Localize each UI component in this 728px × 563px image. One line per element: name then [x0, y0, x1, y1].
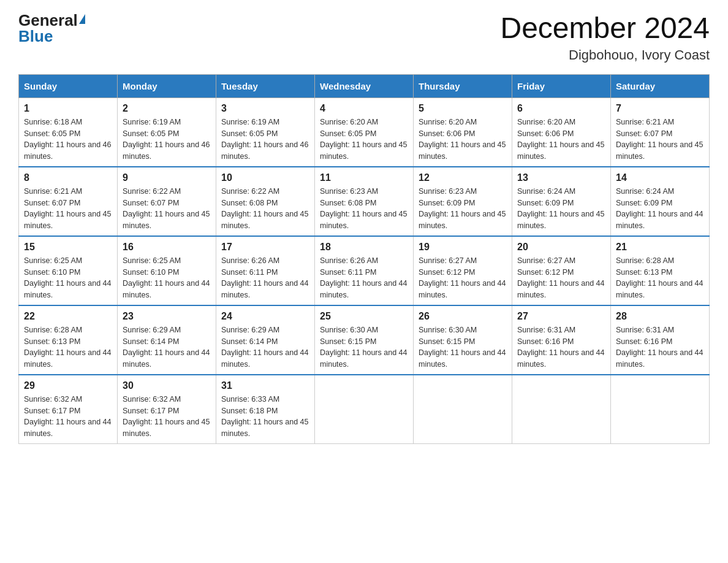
day-info: Sunrise: 6:30 AM Sunset: 6:15 PM Dayligh…: [320, 324, 408, 370]
calendar-cell: 31 Sunrise: 6:33 AM Sunset: 6:18 PM Dayl…: [216, 375, 315, 444]
page-title: December 2024: [500, 12, 710, 45]
day-number: 1: [24, 103, 112, 114]
calendar-cell: 14 Sunrise: 6:24 AM Sunset: 6:09 PM Dayl…: [611, 167, 710, 236]
calendar-cell: 6 Sunrise: 6:20 AM Sunset: 6:06 PM Dayli…: [512, 98, 611, 167]
day-info: Sunrise: 6:29 AM Sunset: 6:14 PM Dayligh…: [221, 324, 309, 370]
calendar-cell: 19 Sunrise: 6:27 AM Sunset: 6:12 PM Dayl…: [414, 236, 512, 305]
day-number: 20: [517, 242, 605, 253]
day-number: 16: [123, 242, 211, 253]
day-number: 19: [419, 242, 507, 253]
day-info: Sunrise: 6:19 AM Sunset: 6:05 PM Dayligh…: [123, 117, 211, 163]
logo: General Blue: [18, 12, 85, 44]
logo-general-text: General: [18, 12, 78, 28]
day-info: Sunrise: 6:20 AM Sunset: 6:06 PM Dayligh…: [419, 117, 507, 163]
calendar-cell: 13 Sunrise: 6:24 AM Sunset: 6:09 PM Dayl…: [512, 167, 611, 236]
calendar-cell: 16 Sunrise: 6:25 AM Sunset: 6:10 PM Dayl…: [118, 236, 216, 305]
weekday-header-monday: Monday: [118, 74, 216, 98]
day-info: Sunrise: 6:27 AM Sunset: 6:12 PM Dayligh…: [517, 255, 605, 301]
calendar-cell: 3 Sunrise: 6:19 AM Sunset: 6:05 PM Dayli…: [216, 98, 315, 167]
day-number: 22: [24, 311, 112, 322]
calendar-cell: 27 Sunrise: 6:31 AM Sunset: 6:16 PM Dayl…: [512, 305, 611, 375]
logo-blue-text: Blue: [18, 28, 53, 44]
day-info: Sunrise: 6:18 AM Sunset: 6:05 PM Dayligh…: [24, 117, 112, 163]
day-info: Sunrise: 6:32 AM Sunset: 6:17 PM Dayligh…: [24, 394, 112, 440]
day-number: 18: [320, 242, 408, 253]
day-number: 8: [24, 172, 112, 183]
day-info: Sunrise: 6:22 AM Sunset: 6:07 PM Dayligh…: [123, 186, 211, 232]
day-number: 28: [616, 311, 704, 322]
day-number: 3: [221, 103, 309, 114]
calendar-cell: [414, 375, 512, 444]
calendar-week-row: 1 Sunrise: 6:18 AM Sunset: 6:05 PM Dayli…: [19, 98, 710, 167]
weekday-header-friday: Friday: [512, 74, 611, 98]
day-number: 15: [24, 242, 112, 253]
day-number: 27: [517, 311, 605, 322]
calendar-cell: 20 Sunrise: 6:27 AM Sunset: 6:12 PM Dayl…: [512, 236, 611, 305]
day-info: Sunrise: 6:25 AM Sunset: 6:10 PM Dayligh…: [24, 255, 112, 301]
day-number: 4: [320, 103, 408, 114]
weekday-header-thursday: Thursday: [414, 74, 512, 98]
calendar-cell: 8 Sunrise: 6:21 AM Sunset: 6:07 PM Dayli…: [19, 167, 118, 236]
calendar-week-row: 8 Sunrise: 6:21 AM Sunset: 6:07 PM Dayli…: [19, 167, 710, 236]
calendar-header-row: SundayMondayTuesdayWednesdayThursdayFrid…: [19, 74, 710, 98]
weekday-header-sunday: Sunday: [19, 74, 118, 98]
day-number: 12: [419, 172, 507, 183]
day-number: 5: [419, 103, 507, 114]
day-number: 23: [123, 311, 211, 322]
calendar-cell: 11 Sunrise: 6:23 AM Sunset: 6:08 PM Dayl…: [315, 167, 414, 236]
day-info: Sunrise: 6:29 AM Sunset: 6:14 PM Dayligh…: [123, 324, 211, 370]
day-info: Sunrise: 6:33 AM Sunset: 6:18 PM Dayligh…: [221, 394, 309, 440]
logo-arrow-icon: [79, 14, 85, 24]
calendar-cell: 17 Sunrise: 6:26 AM Sunset: 6:11 PM Dayl…: [216, 236, 315, 305]
day-number: 26: [419, 311, 507, 322]
calendar-week-row: 15 Sunrise: 6:25 AM Sunset: 6:10 PM Dayl…: [19, 236, 710, 305]
day-info: Sunrise: 6:22 AM Sunset: 6:08 PM Dayligh…: [221, 186, 309, 232]
calendar-cell: 26 Sunrise: 6:30 AM Sunset: 6:15 PM Dayl…: [414, 305, 512, 375]
calendar-cell: 23 Sunrise: 6:29 AM Sunset: 6:14 PM Dayl…: [118, 305, 216, 375]
day-info: Sunrise: 6:23 AM Sunset: 6:08 PM Dayligh…: [320, 186, 408, 232]
calendar-cell: 29 Sunrise: 6:32 AM Sunset: 6:17 PM Dayl…: [19, 375, 118, 444]
day-number: 10: [221, 172, 309, 183]
calendar-cell: 9 Sunrise: 6:22 AM Sunset: 6:07 PM Dayli…: [118, 167, 216, 236]
calendar-cell: 12 Sunrise: 6:23 AM Sunset: 6:09 PM Dayl…: [414, 167, 512, 236]
page-subtitle: Digbohouo, Ivory Coast: [500, 47, 710, 63]
day-info: Sunrise: 6:27 AM Sunset: 6:12 PM Dayligh…: [419, 255, 507, 301]
calendar-cell: 28 Sunrise: 6:31 AM Sunset: 6:16 PM Dayl…: [611, 305, 710, 375]
day-number: 6: [517, 103, 605, 114]
day-info: Sunrise: 6:25 AM Sunset: 6:10 PM Dayligh…: [123, 255, 211, 301]
day-info: Sunrise: 6:32 AM Sunset: 6:17 PM Dayligh…: [123, 394, 211, 440]
day-number: 13: [517, 172, 605, 183]
calendar-cell: 18 Sunrise: 6:26 AM Sunset: 6:11 PM Dayl…: [315, 236, 414, 305]
day-info: Sunrise: 6:24 AM Sunset: 6:09 PM Dayligh…: [517, 186, 605, 232]
day-info: Sunrise: 6:31 AM Sunset: 6:16 PM Dayligh…: [616, 324, 704, 370]
calendar-cell: [315, 375, 414, 444]
day-info: Sunrise: 6:21 AM Sunset: 6:07 PM Dayligh…: [616, 117, 704, 163]
calendar-cell: 21 Sunrise: 6:28 AM Sunset: 6:13 PM Dayl…: [611, 236, 710, 305]
calendar-cell: 5 Sunrise: 6:20 AM Sunset: 6:06 PM Dayli…: [414, 98, 512, 167]
calendar-week-row: 22 Sunrise: 6:28 AM Sunset: 6:13 PM Dayl…: [19, 305, 710, 375]
day-number: 30: [123, 380, 211, 391]
calendar-cell: [512, 375, 611, 444]
calendar-cell: 25 Sunrise: 6:30 AM Sunset: 6:15 PM Dayl…: [315, 305, 414, 375]
day-number: 21: [616, 242, 704, 253]
day-info: Sunrise: 6:31 AM Sunset: 6:16 PM Dayligh…: [517, 324, 605, 370]
day-number: 29: [24, 380, 112, 391]
day-info: Sunrise: 6:24 AM Sunset: 6:09 PM Dayligh…: [616, 186, 704, 232]
weekday-header-wednesday: Wednesday: [315, 74, 414, 98]
calendar-cell: 30 Sunrise: 6:32 AM Sunset: 6:17 PM Dayl…: [118, 375, 216, 444]
day-number: 9: [123, 172, 211, 183]
day-number: 7: [616, 103, 704, 114]
calendar-table: SundayMondayTuesdayWednesdayThursdayFrid…: [18, 74, 710, 444]
day-info: Sunrise: 6:30 AM Sunset: 6:15 PM Dayligh…: [419, 324, 507, 370]
day-number: 11: [320, 172, 408, 183]
day-info: Sunrise: 6:20 AM Sunset: 6:06 PM Dayligh…: [517, 117, 605, 163]
calendar-cell: 10 Sunrise: 6:22 AM Sunset: 6:08 PM Dayl…: [216, 167, 315, 236]
calendar-cell: 1 Sunrise: 6:18 AM Sunset: 6:05 PM Dayli…: [19, 98, 118, 167]
day-info: Sunrise: 6:23 AM Sunset: 6:09 PM Dayligh…: [419, 186, 507, 232]
day-info: Sunrise: 6:21 AM Sunset: 6:07 PM Dayligh…: [24, 186, 112, 232]
title-block: December 2024 Digbohouo, Ivory Coast: [500, 12, 710, 63]
day-info: Sunrise: 6:20 AM Sunset: 6:05 PM Dayligh…: [320, 117, 408, 163]
weekday-header-saturday: Saturday: [611, 74, 710, 98]
calendar-cell: 7 Sunrise: 6:21 AM Sunset: 6:07 PM Dayli…: [611, 98, 710, 167]
day-info: Sunrise: 6:26 AM Sunset: 6:11 PM Dayligh…: [320, 255, 408, 301]
